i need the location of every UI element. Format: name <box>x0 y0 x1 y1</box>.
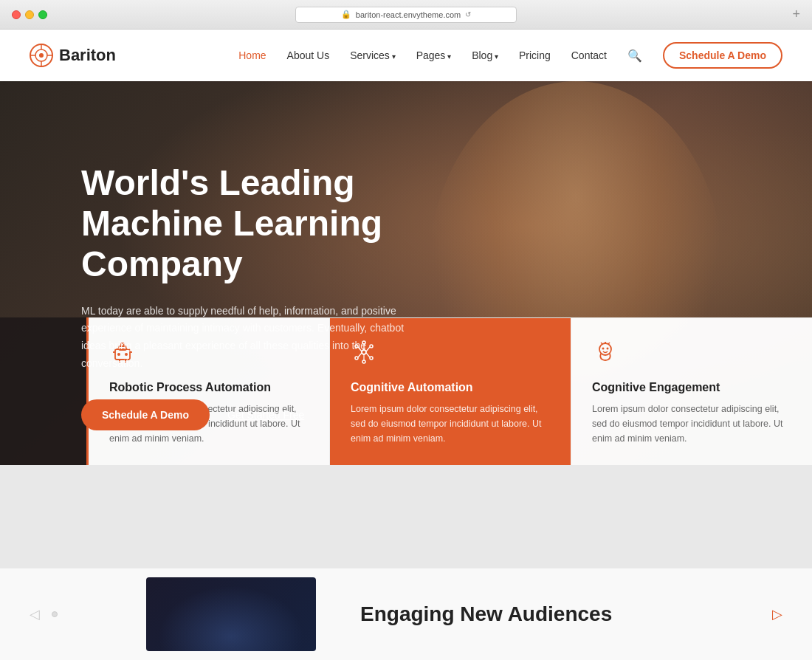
nav-item-search[interactable]: 🔍 <box>627 49 642 63</box>
nav-link-contact[interactable]: Contact <box>571 49 607 61</box>
nav-cta-button[interactable]: Schedule A Demo <box>663 42 782 69</box>
hero-title: World's Leading Machine Learning Company <box>81 162 472 285</box>
prev-arrow-icon[interactable]: ◁ <box>30 606 40 622</box>
website-container: Bariton Home About Us Services Pages Blo… <box>0 30 812 660</box>
feature-left-panel <box>0 317 89 465</box>
svg-line-32 <box>608 343 610 344</box>
nav-item-services[interactable]: Services <box>350 49 395 62</box>
nav-link-pricing[interactable]: Pricing <box>519 49 551 61</box>
hero-secondary-button[interactable]: Get Started Free <box>227 409 304 421</box>
nav-item-blog[interactable]: Blog <box>472 49 498 62</box>
logo[interactable]: Bariton <box>30 44 116 67</box>
close-button[interactable] <box>12 10 21 19</box>
nav-item-pricing[interactable]: Pricing <box>519 49 551 62</box>
svg-point-2 <box>39 53 44 58</box>
hero-content: World's Leading Machine Learning Company… <box>81 162 472 430</box>
bottom-section: ◁ Engaging New Audiences ▷ <box>0 568 812 660</box>
nav-item-pages[interactable]: Pages <box>416 49 451 62</box>
nav-link-home[interactable]: Home <box>238 49 266 61</box>
feature-card-engagement: Cognitive Engagement Lorem ipsum dolor c… <box>571 317 812 465</box>
hero-description: ML today are able to supply needful of h… <box>81 303 406 373</box>
carousel-dot[interactable] <box>52 611 58 617</box>
hero-buttons: Schedule A Demo Get Started Free <box>81 399 472 430</box>
nav-item-about[interactable]: About Us <box>287 49 330 62</box>
bottom-thumbnail <box>146 577 316 651</box>
url-text: bariton-react.envytheme.com <box>356 10 461 19</box>
minimize-button[interactable] <box>25 10 34 19</box>
bottom-navigation: ◁ <box>30 606 58 622</box>
next-arrow-icon[interactable]: ▷ <box>772 606 782 622</box>
navbar: Bariton Home About Us Services Pages Blo… <box>0 30 812 81</box>
svg-point-34 <box>607 348 609 350</box>
svg-point-33 <box>602 348 605 350</box>
logo-icon <box>30 44 53 67</box>
search-icon[interactable]: 🔍 <box>627 49 642 62</box>
svg-line-31 <box>601 343 602 344</box>
thumbnail-overlay <box>146 577 316 651</box>
nav-item-home[interactable]: Home <box>238 49 266 62</box>
logo-text: Bariton <box>59 46 116 65</box>
address-bar[interactable]: 🔒 bariton-react.envytheme.com ↺ <box>295 7 517 23</box>
nav-links: Home About Us Services Pages Blog Pricin… <box>238 42 782 69</box>
svg-point-29 <box>599 343 611 355</box>
nav-link-about[interactable]: About Us <box>287 49 330 61</box>
nav-link-blog[interactable]: Blog <box>472 49 498 61</box>
nav-link-services[interactable]: Services <box>350 49 395 61</box>
reload-icon[interactable]: ↺ <box>465 10 471 18</box>
feature-desc-engagement: Lorem ipsum dolor consectetur adipiscing… <box>592 402 791 446</box>
feature-title-engagement: Cognitive Engagement <box>592 381 791 394</box>
hero-section: Bariton Home About Us Services Pages Blo… <box>0 30 812 465</box>
nav-item-contact[interactable]: Contact <box>571 49 607 62</box>
browser-chrome: 🔒 bariton-react.envytheme.com ↺ + <box>0 0 812 30</box>
new-tab-button[interactable]: + <box>792 7 800 22</box>
hero-primary-button[interactable]: Schedule A Demo <box>81 399 210 430</box>
traffic-lights <box>12 10 47 19</box>
nav-link-pages[interactable]: Pages <box>416 49 451 61</box>
bottom-headline: Engaging New Audiences <box>360 602 728 626</box>
lock-icon: 🔒 <box>341 10 351 19</box>
maximize-button[interactable] <box>38 10 47 19</box>
nav-item-cta[interactable]: Schedule A Demo <box>663 42 782 69</box>
brain-icon <box>592 339 791 371</box>
